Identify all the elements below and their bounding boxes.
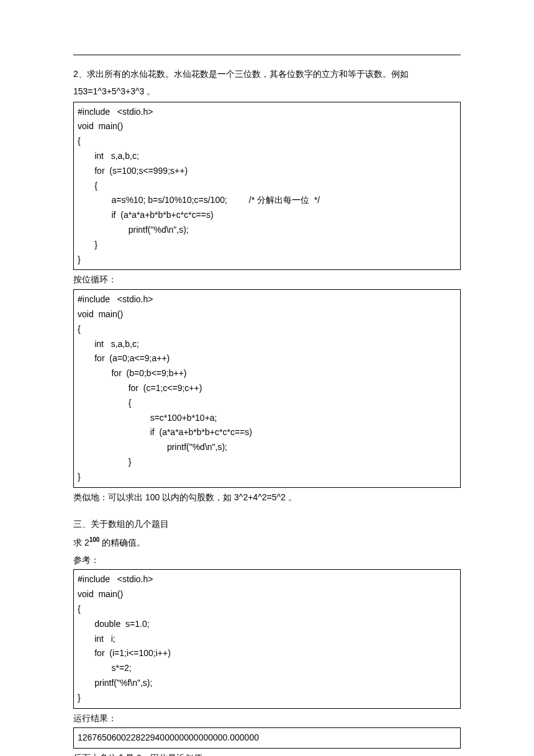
loop-by-digit-label: 按位循环： bbox=[73, 272, 461, 287]
exponent-superscript: 100 bbox=[89, 536, 100, 543]
section-3-title: 三、关于数组的几个题目 bbox=[73, 517, 461, 532]
page-top-rule bbox=[73, 55, 461, 55]
problem-statement-line2: 153=1^3+5^3+3^3 。 bbox=[73, 84, 461, 99]
result-output: 1267650600228229400000000000000.000000 bbox=[73, 727, 461, 749]
code-block-1: #include <stdio.h> void main() { int s,a… bbox=[73, 102, 461, 271]
reference-label: 参考： bbox=[73, 553, 461, 568]
exponent-post: 的精确值。 bbox=[99, 538, 145, 547]
exponent-pre: 求 2 bbox=[73, 538, 89, 547]
code-block-2: #include <stdio.h> void main() { int s,a… bbox=[73, 289, 461, 487]
problem-statement-line1: 2、求出所有的水仙花数。水仙花数是一个三位数，其各位数字的立方和等于该数。例如 bbox=[73, 67, 461, 82]
exponent-problem: 求 2100 的精确值。 bbox=[73, 534, 461, 550]
similar-note: 类似地：可以求出 100 以内的勾股数，如 3^2+4^2=5^2 。 bbox=[73, 490, 461, 505]
document-content: 2、求出所有的水仙花数。水仙花数是一个三位数，其各位数字的立方和等于该数。例如 … bbox=[73, 55, 461, 756]
result-label: 运行结果： bbox=[73, 711, 461, 726]
conclusion: 后面十多位全是 0，因此是近似值。 bbox=[73, 751, 461, 756]
code-block-3: #include <stdio.h> void main() { double … bbox=[73, 569, 461, 708]
